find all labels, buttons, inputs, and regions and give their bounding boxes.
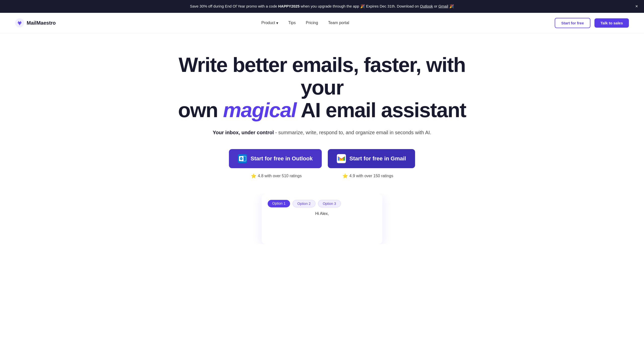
outlook-icon: O xyxy=(238,154,247,163)
gmail-rating: ⭐ 4.9 with over 150 ratings xyxy=(325,173,411,179)
hero-magical-word: magical xyxy=(223,99,296,121)
banner-close-button[interactable]: × xyxy=(635,4,638,9)
logo-icon xyxy=(15,18,24,27)
svg-point-1 xyxy=(19,22,20,24)
start-for-free-button[interactable]: Start for free xyxy=(555,18,590,28)
ratings: ⭐ 4.8 with over 510 ratings ⭐ 4.9 with o… xyxy=(156,173,488,179)
logo[interactable]: MailMaestro xyxy=(15,18,56,27)
promo-banner: Save 30% off during End Of Year promo wi… xyxy=(0,0,644,13)
nav-actions: Start for free Talk to sales xyxy=(555,18,629,28)
star-icon: ⭐ xyxy=(342,173,348,179)
option-tab-2[interactable]: Option 2 xyxy=(293,200,315,207)
cta-outlook-button[interactable]: O Start for free in Outlook xyxy=(229,149,322,168)
nav-links: Product ▾ Tips Pricing Team portal xyxy=(261,21,349,25)
nav-product[interactable]: Product ▾ xyxy=(261,21,278,25)
outlook-link[interactable]: Outlook xyxy=(420,4,433,8)
gmail-icon xyxy=(337,154,346,163)
navigation: MailMaestro Product ▾ Tips Pricing Team … xyxy=(0,13,644,33)
option-tab-3[interactable]: Option 3 xyxy=(318,200,341,207)
talk-to-sales-button[interactable]: Talk to sales xyxy=(594,18,629,28)
hero-section: Write better emails, faster, with your o… xyxy=(146,33,498,254)
nav-team-portal[interactable]: Team portal xyxy=(328,21,349,25)
hero-headline: Write better emails, faster, with your o… xyxy=(156,54,488,122)
option-tabs: Option 1 Option 2 Option 3 xyxy=(268,200,376,207)
preview-card: Option 1 Option 2 Option 3 Hi Alex, xyxy=(262,194,382,244)
cta-buttons: O Start for free in Outlook Start for fr… xyxy=(156,149,488,168)
chevron-down-icon: ▾ xyxy=(276,21,278,25)
nav-tips[interactable]: Tips xyxy=(288,21,296,25)
svg-text:O: O xyxy=(240,158,242,160)
star-icon: ⭐ xyxy=(251,173,256,179)
promo-code: HAPPY2025 xyxy=(278,4,300,8)
preview-greeting: Hi Alex, xyxy=(268,211,376,216)
banner-text: Save 30% off during End Of Year promo wi… xyxy=(190,4,454,8)
gmail-link[interactable]: Gmail xyxy=(438,4,448,8)
cta-gmail-button[interactable]: Start for free in Gmail xyxy=(328,149,415,168)
hero-subtitle: Your inbox, under control - summarize, w… xyxy=(156,128,488,137)
outlook-rating: ⭐ 4.8 with over 510 ratings xyxy=(233,173,319,179)
product-preview: ✦ ✦ Option 1 Option 2 Option 3 Hi Alex, xyxy=(156,194,488,244)
nav-pricing[interactable]: Pricing xyxy=(306,21,318,25)
option-tab-1[interactable]: Option 1 xyxy=(268,200,290,207)
